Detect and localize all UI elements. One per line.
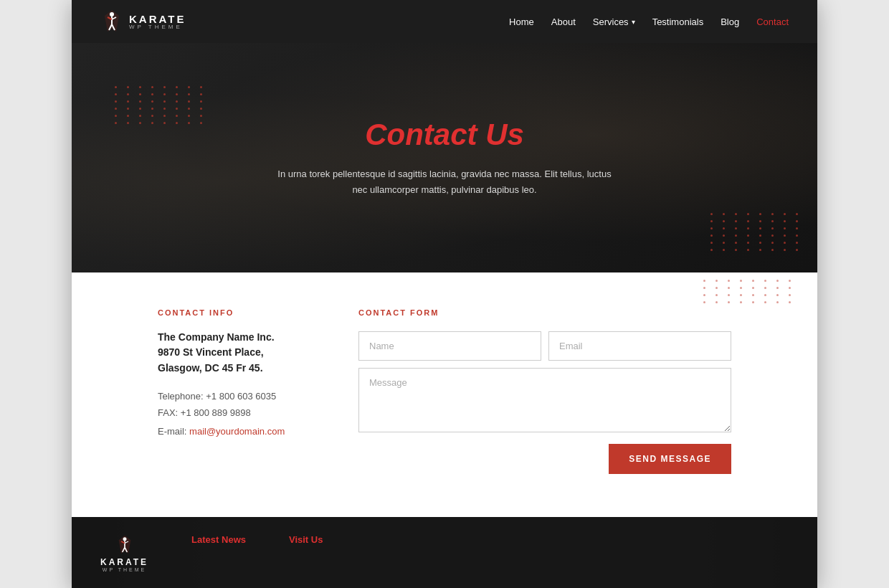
logo[interactable]: KARATE WP THEME (100, 9, 186, 34)
contact-columns: CONTACT INFO The Company Name Inc. 9870 … (158, 308, 731, 474)
logo-text: KARATE WP THEME (129, 14, 186, 30)
footer-content: KARATE WP THEME Latest News Visit Us (100, 534, 789, 572)
email-row: E-mail: mail@yourdomain.com (158, 426, 315, 437)
nav-testimonials[interactable]: Testimonials (652, 16, 704, 27)
fax-value: +1 800 889 9898 (181, 407, 251, 418)
dot (764, 301, 766, 303)
dot (764, 287, 766, 289)
nav-services[interactable]: Services (593, 16, 635, 27)
hero-title: Contact Us (365, 118, 524, 152)
dot (728, 294, 730, 296)
site-footer: KARATE WP THEME Latest News Visit Us (72, 517, 817, 588)
dot (776, 287, 779, 289)
footer-latest-news: Latest News (191, 534, 246, 545)
fax-row: FAX: +1 800 889 9898 (158, 404, 315, 421)
dot (728, 287, 730, 289)
contact-form-label: CONTACT FORM (358, 308, 731, 317)
company-name: The Company Name Inc. (158, 331, 315, 343)
hero-section: Contact Us In urna torek pellentesque id… (72, 43, 817, 272)
dot (776, 294, 779, 296)
hero-subtitle: In urna torek pellentesque id sagittis l… (272, 166, 617, 198)
dot (789, 294, 791, 296)
dot (716, 280, 718, 282)
email-input[interactable] (548, 331, 731, 361)
footer-visit-us: Visit Us (289, 534, 323, 545)
dot (764, 280, 766, 282)
dot (728, 280, 730, 282)
dot (703, 280, 705, 282)
dot (752, 301, 754, 303)
dot (752, 280, 754, 282)
dot (776, 301, 779, 303)
nav-home[interactable]: Home (509, 16, 534, 27)
telephone-label: Telephone: (158, 391, 204, 402)
dot (752, 287, 754, 289)
main-nav: Home About Services Testimonials Blog Co… (509, 16, 789, 27)
contact-info-column: CONTACT INFO The Company Name Inc. 9870 … (158, 308, 315, 474)
dot (728, 301, 730, 303)
form-name-email-row (358, 331, 731, 361)
dot (776, 280, 779, 282)
contact-form-column: CONTACT FORM SEND MESSAGE (358, 308, 731, 474)
address-line2: Glasgow, DC 45 Fr 45. (158, 362, 263, 374)
dot (703, 301, 705, 303)
footer-logo-title: KARATE (100, 557, 148, 567)
email-label: E-mail: (158, 426, 186, 437)
message-textarea[interactable] (358, 368, 731, 432)
address-line1: 9870 St Vincent Place, (158, 346, 264, 358)
nav-contact[interactable]: Contact (756, 16, 789, 27)
dot (752, 294, 754, 296)
dot (740, 280, 742, 282)
footer-latest-news-label: Latest News (191, 534, 246, 545)
browser-window: KARATE WP THEME Home About Services Test… (72, 0, 817, 588)
dot (740, 294, 742, 296)
send-message-button[interactable]: SEND MESSAGE (609, 444, 731, 474)
dot (716, 287, 718, 289)
dot (740, 301, 742, 303)
name-input[interactable] (358, 331, 541, 361)
fax-label: FAX: (158, 407, 178, 418)
dot (740, 287, 742, 289)
telephone-row: Telephone: +1 800 603 6035 (158, 388, 315, 404)
section-dots-right (703, 272, 796, 303)
svg-point-1 (110, 12, 114, 16)
footer-logo[interactable]: KARATE WP THEME (100, 534, 148, 572)
dot (703, 294, 705, 296)
dot (789, 280, 791, 282)
svg-point-8 (123, 537, 126, 541)
dot (716, 294, 718, 296)
nav-about[interactable]: About (551, 16, 576, 27)
footer-visit-us-label: Visit Us (289, 534, 323, 545)
dot (716, 301, 718, 303)
logo-subtitle: WP THEME (129, 24, 186, 30)
logo-title: KARATE (129, 14, 186, 24)
logo-icon (100, 9, 123, 34)
site-header: KARATE WP THEME Home About Services Test… (72, 0, 817, 43)
dot (789, 287, 791, 289)
dot (764, 294, 766, 296)
telephone-value: +1 800 603 6035 (206, 391, 276, 402)
company-address: 9870 St Vincent Place, Glasgow, DC 45 Fr… (158, 344, 315, 376)
footer-logo-icon (115, 534, 135, 556)
hero-content: Contact Us In urna torek pellentesque id… (72, 43, 817, 272)
email-link[interactable]: mail@yourdomain.com (189, 426, 285, 437)
form-submit-row: SEND MESSAGE (358, 444, 731, 474)
footer-logo-subtitle: WP THEME (103, 567, 146, 572)
contact-info-label: CONTACT INFO (158, 308, 315, 317)
contact-section: CONTACT INFO The Company Name Inc. 9870 … (72, 272, 817, 517)
nav-blog[interactable]: Blog (721, 16, 739, 27)
dot (703, 287, 705, 289)
dot (789, 301, 791, 303)
